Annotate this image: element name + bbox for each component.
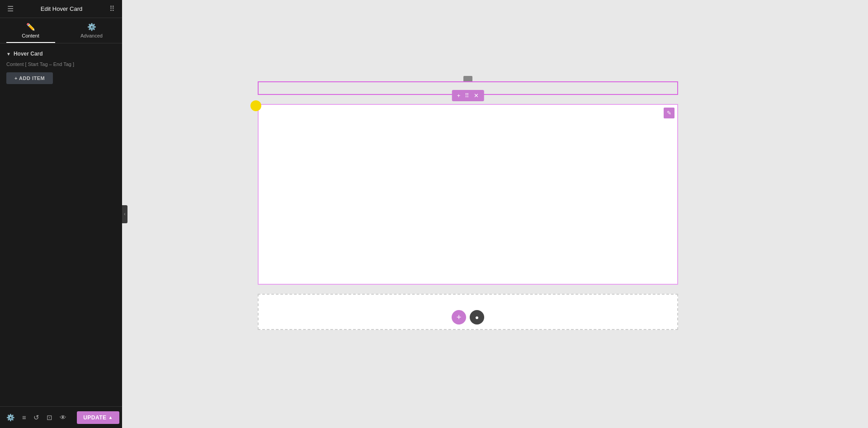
section-title: Hover Card xyxy=(14,51,43,57)
widget-add-button[interactable]: + xyxy=(455,91,463,100)
advanced-tab-icon: ⚙️ xyxy=(87,23,96,31)
main-canvas: + ⠿ ✕ ✎ + ● xyxy=(122,0,868,428)
sidebar: ☰ Edit Hover Card ⠿ ✏️ Content ⚙️ Advanc… xyxy=(0,0,122,428)
canvas-widget-selected: + ⠿ ✕ xyxy=(258,81,678,95)
template-icon[interactable]: ⊡ xyxy=(43,411,56,424)
widget-close-button[interactable]: ✕ xyxy=(472,91,481,100)
add-item-button[interactable]: + ADD ITEM xyxy=(6,72,53,84)
grid-icon[interactable]: ⠿ xyxy=(109,5,115,13)
update-label: UPDATE xyxy=(83,414,106,421)
content-tag-label: Content [ Start Tag – End Tag ] xyxy=(0,60,122,71)
dashed-add-button[interactable]: + xyxy=(452,310,466,325)
dashed-toolbar: + ● xyxy=(452,310,484,325)
collapse-handle[interactable]: ‹ xyxy=(122,205,127,223)
gray-handle xyxy=(463,76,472,81)
advanced-tab-label: Advanced xyxy=(80,33,103,38)
hamburger-icon[interactable]: ☰ xyxy=(7,5,14,13)
edit-pencil-button[interactable]: ✎ xyxy=(664,108,675,118)
content-tab-icon: ✏️ xyxy=(26,23,35,31)
sidebar-title: Edit Hover Card xyxy=(41,5,82,12)
sidebar-tabs: ✏️ Content ⚙️ Advanced xyxy=(0,18,122,43)
section-chevron-icon: ▼ xyxy=(6,52,11,56)
update-button[interactable]: UPDATE ▲ xyxy=(77,411,119,424)
pencil-icon: ✎ xyxy=(667,110,671,116)
history-icon[interactable]: ↺ xyxy=(30,411,43,424)
sidebar-footer: ⚙️ ≡ ↺ ⊡ 👁 UPDATE ▲ xyxy=(0,406,122,428)
sidebar-content: ▼ Hover Card Content [ Start Tag – End T… xyxy=(0,43,122,406)
section-header[interactable]: ▼ Hover Card xyxy=(0,48,122,60)
layers-icon[interactable]: ≡ xyxy=(19,411,30,424)
dashed-action-button[interactable]: ● xyxy=(470,310,484,325)
settings-icon[interactable]: ⚙️ xyxy=(3,411,19,424)
tab-advanced[interactable]: ⚙️ Advanced xyxy=(61,18,122,43)
sidebar-header: ☰ Edit Hover Card ⠿ xyxy=(0,0,122,18)
collapse-arrow-icon: ‹ xyxy=(124,212,125,216)
content-tab-label: Content xyxy=(22,33,39,38)
tab-content[interactable]: ✏️ Content xyxy=(0,18,61,43)
widget-drag-handle[interactable]: ⠿ xyxy=(462,91,472,100)
widget-toolbar: + ⠿ ✕ xyxy=(452,90,484,101)
chevron-up-icon: ▲ xyxy=(108,415,113,420)
canvas-content-area: ✎ xyxy=(258,104,678,285)
canvas-dashed-area: + ● xyxy=(258,294,678,330)
eye-icon[interactable]: 👁 xyxy=(56,411,70,424)
